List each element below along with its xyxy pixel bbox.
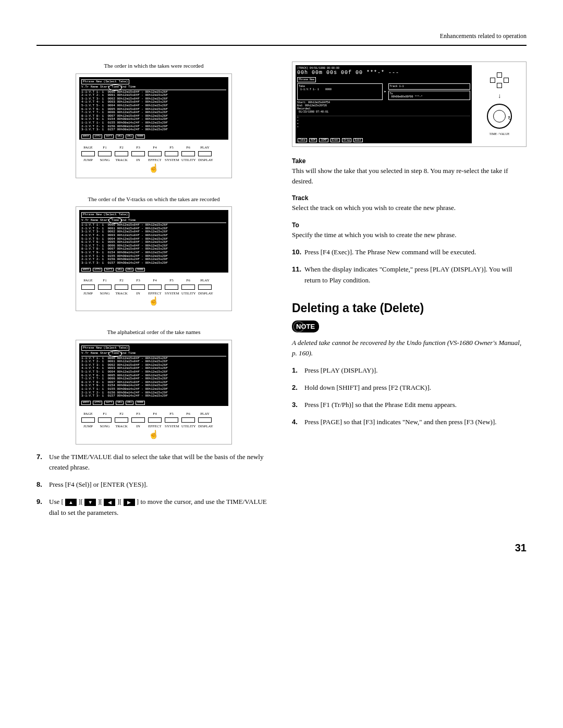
btn-label: F2 — [115, 411, 128, 417]
lcd-row: 3-1:V.T 3- 1 0157 00h08m14s24f - 00h12m1… — [81, 128, 226, 132]
rotate-arrow-icon: ↻ — [508, 114, 512, 122]
btn-label: F4 — [148, 411, 162, 417]
term-to-body: Specify the time at which you wish to cr… — [292, 230, 527, 240]
arrow-down-icon: ↓ — [498, 91, 501, 101]
cursor-right-icon: ▶ — [124, 499, 135, 506]
soft-btn: Sort — [104, 401, 114, 405]
btn-label: PLAY — [198, 411, 212, 417]
steps-10-11: Press [F4 (Exec)]. The Phrase New comman… — [292, 247, 527, 286]
soft-btn: Name — [136, 401, 145, 405]
delete-step-4: Press [PAGE] so that [F3] indicates "New… — [292, 417, 527, 428]
btn-label: DISPLAY — [198, 291, 212, 297]
hand-pointer-icon: ☝ — [79, 295, 228, 307]
track-label: 3 — [297, 122, 298, 125]
delete-step-3: Press [F1 (Tr/Ph)] so that the Phrase Ed… — [292, 400, 527, 411]
btn-label: DISPLAY — [198, 424, 212, 429]
play-button — [198, 417, 212, 423]
step-7: Use the TIME/VALUE dial to select the ta… — [36, 452, 271, 474]
page-button — [81, 285, 95, 290]
figure-b-caption: The order of the V-tracks on which the t… — [36, 195, 271, 204]
f5-button — [165, 417, 178, 423]
btn-label: UTILITY — [181, 157, 195, 163]
lcd-column-headers: V.Tr Name Start Time End Time — [81, 219, 226, 224]
btn-label: PAGE — [81, 145, 95, 151]
lcd-title: Phrase New (Select Take) — [81, 346, 129, 351]
lcd-screen-b: Phrase New (Select Take) V.Tr Name Start… — [79, 210, 228, 273]
steps-7-9: Use the TIME/VALUE dial to select the ta… — [36, 452, 271, 519]
step-11: When the display indicates "Complete," p… — [292, 264, 527, 286]
f1-button — [98, 151, 112, 156]
btn-label: F4 — [148, 278, 162, 283]
figure-c-caption: The alphabetical order of the take names — [36, 328, 271, 337]
soft-btn: Back — [81, 268, 91, 272]
btn-label: IN — [131, 157, 145, 163]
btn-label: F2 — [115, 145, 128, 151]
btn-label: UTILITY — [181, 424, 195, 429]
jog-dial-diagram: ↓ ↻ TIME / VALUE — [476, 65, 523, 143]
recorded-time: Recorded: 01/23/1998 07:40:01 — [297, 107, 470, 114]
f4-button — [148, 417, 162, 423]
btn-label: IN — [131, 424, 145, 429]
cursor-left-icon: ◀ — [104, 499, 115, 506]
btn-label: F1 — [98, 145, 112, 151]
bracket: ][ — [78, 498, 83, 505]
arrow-right-icon: ▶ — [385, 90, 386, 93]
cursor-up-icon: ▲ — [65, 499, 77, 506]
track-label: 4 — [297, 126, 298, 128]
step-8: Press [F4 (Sel)] or [ENTER (YES)]. — [36, 479, 271, 490]
btn-label: PLAY — [198, 278, 212, 283]
lcd-row: 3-1:V.T 3- 1 0157 00h08m14s24f - 00h12m1… — [81, 262, 226, 265]
hardware-buttons-top: PAGEJUMP F1SONG F2TRACK F3IN F4EFFECT F5… — [79, 145, 228, 163]
hardware-buttons: PAGEJUMP F1SONG F2TRACK F3IN F4EFFECT F5… — [79, 278, 228, 296]
phrase-new-figure: [TRACK] 04/01/1998 00:00:00 00h 00m 00s … — [292, 61, 527, 147]
btn-label: F3 — [131, 278, 145, 283]
btn-label: SONG — [98, 157, 112, 163]
f5-button — [165, 285, 178, 290]
btn-label: F3 — [131, 145, 145, 151]
btn-label: JUMP — [81, 157, 95, 163]
track-box: Track 1-1 — [388, 83, 471, 90]
header-rule — [36, 45, 527, 46]
delete-step-1: Press [PLAY (DISPLAY)]. — [292, 365, 527, 376]
f6-button — [181, 151, 195, 156]
track-label: 2 — [297, 119, 298, 122]
jog-label: TIME / VALUE — [489, 132, 510, 137]
soft-btn: Del — [126, 134, 133, 139]
note-badge: NOTE — [292, 320, 319, 333]
f1-button — [98, 285, 112, 290]
delete-steps: Press [PLAY (DISPLAY)]. Hold down [SHIFT… — [292, 365, 527, 427]
f3-button — [131, 151, 145, 156]
f2-button — [115, 417, 128, 423]
two-column-layout: The order in which the takes were record… — [36, 61, 527, 524]
f3-button — [131, 417, 145, 423]
lcd-screen-c: Phrase New (Select Take) V.Tr Name Start… — [79, 343, 228, 406]
btn-label: SYSTEM — [165, 424, 178, 429]
play-button — [198, 151, 212, 156]
btn-label: TRACK — [115, 291, 128, 297]
hand-pointer-icon: ☝ — [79, 162, 228, 175]
left-column: The order in which the takes were record… — [36, 61, 271, 524]
lcd-title: Phrase New — [297, 77, 316, 82]
btn-label: SONG — [98, 291, 112, 297]
soft-btn: Sel — [116, 134, 124, 139]
btn-label: IN — [131, 291, 145, 297]
btn-label: F6 — [181, 278, 195, 283]
soft-btn: NOM — [309, 138, 317, 142]
step-9-text-a: Use [ — [49, 498, 64, 505]
lcd-soft-buttons: Back Info Sort Sel Del Name — [81, 134, 226, 139]
btn-label: F5 — [165, 278, 178, 283]
btn-label: F1 — [98, 411, 112, 417]
lcd-phrase-new: [TRACK] 04/01/1998 00:00:00 00h 00m 00s … — [296, 65, 472, 143]
soft-btn: Sel — [116, 268, 124, 272]
soft-btn: Name — [136, 134, 145, 139]
step-10: Press [F4 (Exec)]. The Phrase New comman… — [292, 247, 527, 258]
lcd-soft-buttons: Back Info Sort Sel Del Name — [81, 401, 226, 405]
f2-button — [115, 151, 128, 156]
btn-label: F5 — [165, 145, 178, 151]
btn-label: JUMP — [81, 424, 95, 429]
soft-btn: Back — [81, 134, 91, 139]
f2-button — [115, 285, 128, 290]
lcd-column-headers: V.Tr Name Start Time End Time — [81, 85, 226, 90]
hardware-buttons: PAGEJUMP F1SONG F2TRACK F3IN F4EFFECT F5… — [79, 411, 228, 429]
soft-btn: Sel — [116, 401, 124, 405]
